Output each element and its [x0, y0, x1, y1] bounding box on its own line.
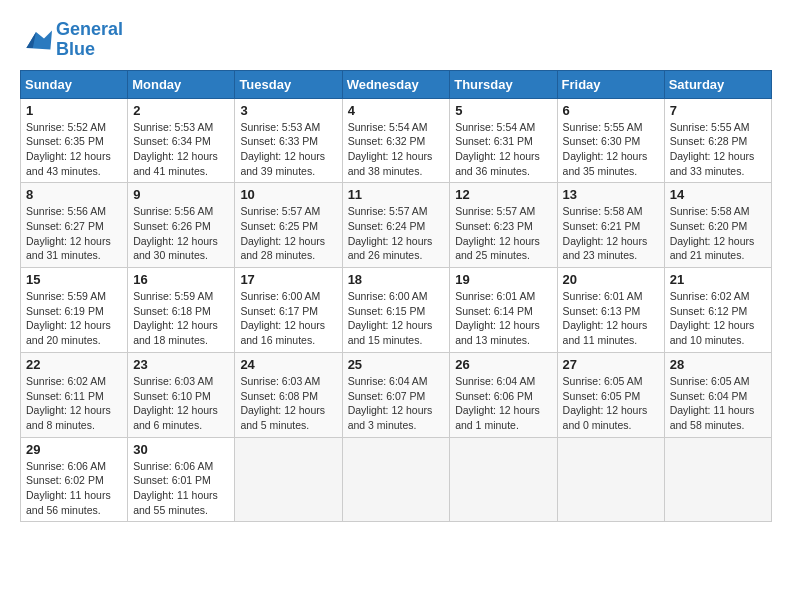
calendar-day-cell [664, 437, 771, 522]
day-info: Sunrise: 5:57 AMSunset: 6:23 PMDaylight:… [455, 204, 551, 263]
day-number: 22 [26, 357, 122, 372]
calendar-day-cell: 17Sunrise: 6:00 AMSunset: 6:17 PMDayligh… [235, 268, 342, 353]
day-number: 17 [240, 272, 336, 287]
calendar-day-cell: 13Sunrise: 5:58 AMSunset: 6:21 PMDayligh… [557, 183, 664, 268]
day-info: Sunrise: 6:05 AMSunset: 6:04 PMDaylight:… [670, 374, 766, 433]
day-info: Sunrise: 5:57 AMSunset: 6:25 PMDaylight:… [240, 204, 336, 263]
day-info: Sunrise: 5:54 AMSunset: 6:31 PMDaylight:… [455, 120, 551, 179]
calendar-week-row: 1Sunrise: 5:52 AMSunset: 6:35 PMDaylight… [21, 98, 772, 183]
calendar-header-row: SundayMondayTuesdayWednesdayThursdayFrid… [21, 70, 772, 98]
calendar-day-cell: 23Sunrise: 6:03 AMSunset: 6:10 PMDayligh… [128, 352, 235, 437]
day-info: Sunrise: 5:53 AMSunset: 6:33 PMDaylight:… [240, 120, 336, 179]
calendar-day-cell: 4Sunrise: 5:54 AMSunset: 6:32 PMDaylight… [342, 98, 450, 183]
day-info: Sunrise: 6:01 AMSunset: 6:14 PMDaylight:… [455, 289, 551, 348]
day-number: 2 [133, 103, 229, 118]
day-info: Sunrise: 5:57 AMSunset: 6:24 PMDaylight:… [348, 204, 445, 263]
day-info: Sunrise: 6:06 AMSunset: 6:01 PMDaylight:… [133, 459, 229, 518]
calendar-day-cell [235, 437, 342, 522]
calendar-header-sunday: Sunday [21, 70, 128, 98]
day-number: 20 [563, 272, 659, 287]
day-number: 11 [348, 187, 445, 202]
day-number: 7 [670, 103, 766, 118]
calendar-day-cell: 12Sunrise: 5:57 AMSunset: 6:23 PMDayligh… [450, 183, 557, 268]
calendar-day-cell: 30Sunrise: 6:06 AMSunset: 6:01 PMDayligh… [128, 437, 235, 522]
calendar-day-cell [450, 437, 557, 522]
day-info: Sunrise: 6:00 AMSunset: 6:17 PMDaylight:… [240, 289, 336, 348]
day-info: Sunrise: 6:05 AMSunset: 6:05 PMDaylight:… [563, 374, 659, 433]
calendar-header-thursday: Thursday [450, 70, 557, 98]
calendar-day-cell: 7Sunrise: 5:55 AMSunset: 6:28 PMDaylight… [664, 98, 771, 183]
calendar-day-cell: 10Sunrise: 5:57 AMSunset: 6:25 PMDayligh… [235, 183, 342, 268]
day-number: 25 [348, 357, 445, 372]
calendar-day-cell: 21Sunrise: 6:02 AMSunset: 6:12 PMDayligh… [664, 268, 771, 353]
day-number: 29 [26, 442, 122, 457]
day-number: 16 [133, 272, 229, 287]
calendar-day-cell: 24Sunrise: 6:03 AMSunset: 6:08 PMDayligh… [235, 352, 342, 437]
day-info: Sunrise: 5:58 AMSunset: 6:20 PMDaylight:… [670, 204, 766, 263]
calendar-header-friday: Friday [557, 70, 664, 98]
calendar-day-cell: 5Sunrise: 5:54 AMSunset: 6:31 PMDaylight… [450, 98, 557, 183]
day-number: 6 [563, 103, 659, 118]
calendar-day-cell: 28Sunrise: 6:05 AMSunset: 6:04 PMDayligh… [664, 352, 771, 437]
day-info: Sunrise: 5:59 AMSunset: 6:18 PMDaylight:… [133, 289, 229, 348]
calendar-day-cell [342, 437, 450, 522]
calendar-day-cell: 29Sunrise: 6:06 AMSunset: 6:02 PMDayligh… [21, 437, 128, 522]
day-number: 9 [133, 187, 229, 202]
day-number: 30 [133, 442, 229, 457]
day-number: 21 [670, 272, 766, 287]
day-info: Sunrise: 5:55 AMSunset: 6:30 PMDaylight:… [563, 120, 659, 179]
day-info: Sunrise: 6:01 AMSunset: 6:13 PMDaylight:… [563, 289, 659, 348]
calendar-day-cell: 8Sunrise: 5:56 AMSunset: 6:27 PMDaylight… [21, 183, 128, 268]
calendar-day-cell: 1Sunrise: 5:52 AMSunset: 6:35 PMDaylight… [21, 98, 128, 183]
day-number: 1 [26, 103, 122, 118]
day-number: 19 [455, 272, 551, 287]
calendar-day-cell: 9Sunrise: 5:56 AMSunset: 6:26 PMDaylight… [128, 183, 235, 268]
day-info: Sunrise: 5:58 AMSunset: 6:21 PMDaylight:… [563, 204, 659, 263]
day-info: Sunrise: 5:54 AMSunset: 6:32 PMDaylight:… [348, 120, 445, 179]
day-number: 13 [563, 187, 659, 202]
day-info: Sunrise: 5:56 AMSunset: 6:27 PMDaylight:… [26, 204, 122, 263]
calendar-week-row: 22Sunrise: 6:02 AMSunset: 6:11 PMDayligh… [21, 352, 772, 437]
day-info: Sunrise: 6:03 AMSunset: 6:10 PMDaylight:… [133, 374, 229, 433]
calendar-week-row: 29Sunrise: 6:06 AMSunset: 6:02 PMDayligh… [21, 437, 772, 522]
day-info: Sunrise: 6:04 AMSunset: 6:06 PMDaylight:… [455, 374, 551, 433]
day-number: 14 [670, 187, 766, 202]
calendar-day-cell [557, 437, 664, 522]
day-number: 10 [240, 187, 336, 202]
calendar-day-cell: 26Sunrise: 6:04 AMSunset: 6:06 PMDayligh… [450, 352, 557, 437]
calendar-day-cell: 11Sunrise: 5:57 AMSunset: 6:24 PMDayligh… [342, 183, 450, 268]
day-info: Sunrise: 5:55 AMSunset: 6:28 PMDaylight:… [670, 120, 766, 179]
calendar-day-cell: 27Sunrise: 6:05 AMSunset: 6:05 PMDayligh… [557, 352, 664, 437]
calendar-day-cell: 19Sunrise: 6:01 AMSunset: 6:14 PMDayligh… [450, 268, 557, 353]
day-info: Sunrise: 5:56 AMSunset: 6:26 PMDaylight:… [133, 204, 229, 263]
calendar-header-monday: Monday [128, 70, 235, 98]
day-info: Sunrise: 6:04 AMSunset: 6:07 PMDaylight:… [348, 374, 445, 433]
day-info: Sunrise: 6:02 AMSunset: 6:12 PMDaylight:… [670, 289, 766, 348]
calendar-day-cell: 14Sunrise: 5:58 AMSunset: 6:20 PMDayligh… [664, 183, 771, 268]
logo-icon [20, 24, 52, 56]
calendar-day-cell: 15Sunrise: 5:59 AMSunset: 6:19 PMDayligh… [21, 268, 128, 353]
day-number: 5 [455, 103, 551, 118]
day-info: Sunrise: 5:59 AMSunset: 6:19 PMDaylight:… [26, 289, 122, 348]
day-number: 15 [26, 272, 122, 287]
day-number: 26 [455, 357, 551, 372]
day-number: 4 [348, 103, 445, 118]
calendar-day-cell: 18Sunrise: 6:00 AMSunset: 6:15 PMDayligh… [342, 268, 450, 353]
logo: General Blue [20, 20, 123, 60]
calendar-day-cell: 22Sunrise: 6:02 AMSunset: 6:11 PMDayligh… [21, 352, 128, 437]
day-number: 12 [455, 187, 551, 202]
calendar-header-wednesday: Wednesday [342, 70, 450, 98]
day-info: Sunrise: 6:03 AMSunset: 6:08 PMDaylight:… [240, 374, 336, 433]
calendar-week-row: 15Sunrise: 5:59 AMSunset: 6:19 PMDayligh… [21, 268, 772, 353]
calendar-day-cell: 6Sunrise: 5:55 AMSunset: 6:30 PMDaylight… [557, 98, 664, 183]
calendar-table: SundayMondayTuesdayWednesdayThursdayFrid… [20, 70, 772, 523]
day-info: Sunrise: 6:00 AMSunset: 6:15 PMDaylight:… [348, 289, 445, 348]
day-number: 23 [133, 357, 229, 372]
day-info: Sunrise: 6:02 AMSunset: 6:11 PMDaylight:… [26, 374, 122, 433]
day-number: 27 [563, 357, 659, 372]
day-number: 3 [240, 103, 336, 118]
day-info: Sunrise: 5:52 AMSunset: 6:35 PMDaylight:… [26, 120, 122, 179]
day-number: 8 [26, 187, 122, 202]
calendar-day-cell: 2Sunrise: 5:53 AMSunset: 6:34 PMDaylight… [128, 98, 235, 183]
page-header: General Blue [20, 20, 772, 60]
